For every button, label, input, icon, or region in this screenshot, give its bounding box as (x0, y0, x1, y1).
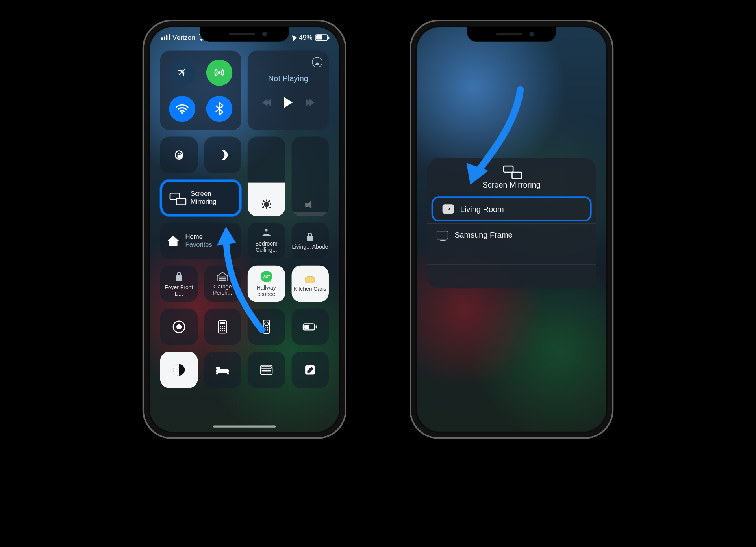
svg-point-1 (181, 112, 183, 113)
svg-point-19 (222, 330, 223, 331)
previous-track-button[interactable] (262, 99, 269, 106)
garage-tile[interactable]: Garage Perch... (204, 266, 241, 302)
screen-mirroring-button[interactable]: Screen Mirroring (160, 180, 241, 216)
calculator-button[interactable] (204, 309, 241, 345)
living-label: Living... Abode (292, 244, 328, 250)
wallet-button[interactable] (248, 352, 285, 388)
media-controls[interactable]: Not Playing (248, 50, 329, 130)
do-not-disturb-toggle[interactable] (204, 137, 241, 173)
device-name: Samsung Frame (454, 231, 512, 240)
svg-point-18 (220, 330, 221, 331)
bed-icon (216, 365, 230, 374)
signal-bars-icon (161, 34, 170, 40)
appletv-icon: tv (443, 204, 454, 214)
svg-point-15 (220, 328, 221, 329)
svg-point-16 (222, 328, 223, 329)
wifi-toggle[interactable] (169, 95, 196, 121)
dark-mode-icon (172, 363, 186, 377)
svg-rect-6 (219, 278, 226, 279)
phone-mirroring-popup: Screen Mirroring tv Living Room Samsung … (410, 20, 614, 439)
svg-point-9 (176, 324, 182, 329)
mirroring-device-living-room[interactable]: tv Living Room (432, 196, 592, 221)
popup-title: Screen Mirroring (427, 180, 596, 189)
now-playing-label: Not Playing (268, 73, 308, 82)
bluetooth-toggle[interactable] (206, 95, 232, 121)
bluetooth-icon (215, 102, 223, 115)
svg-point-24 (267, 327, 268, 329)
wallet-icon (260, 365, 272, 375)
moon-icon (217, 150, 228, 160)
next-track-button[interactable] (307, 99, 315, 106)
living-abode-tile[interactable]: Living... Abode (291, 223, 329, 259)
bedroom-label: Bedroom Ceiling... (248, 240, 285, 253)
svg-rect-5 (219, 277, 226, 278)
svg-rect-2 (265, 229, 267, 232)
carrier-label: Verizon (172, 33, 195, 41)
screen-mirroring-icon (503, 166, 520, 177)
bedroom-tile[interactable] (204, 352, 241, 388)
battery-pct: 49% (299, 33, 313, 41)
svg-point-25 (265, 329, 266, 331)
play-button[interactable] (284, 97, 292, 108)
mirroring-device-samsung-frame[interactable]: Samsung Frame (427, 223, 596, 246)
svg-point-0 (218, 71, 220, 74)
hallway-label: Hallway ecobee (248, 285, 285, 297)
sun-icon (261, 199, 271, 209)
svg-point-13 (222, 326, 223, 327)
low-power-button[interactable] (291, 309, 329, 345)
svg-rect-11 (220, 322, 225, 324)
airplay-audio-icon[interactable] (312, 57, 322, 67)
svg-rect-28 (316, 325, 317, 328)
kitchen-label: Kitchen Cans (294, 285, 326, 292)
lock-icon (305, 232, 315, 242)
home-sublabel: Favorites (185, 241, 212, 248)
orientation-lock-icon (175, 150, 183, 160)
can-light-icon (305, 276, 315, 283)
garage-label: Garage Perch... (204, 283, 241, 296)
home-indicator[interactable] (213, 425, 276, 427)
speaker-icon (305, 201, 315, 209)
svg-rect-33 (216, 367, 220, 369)
notch (467, 27, 556, 42)
svg-rect-4 (176, 275, 182, 281)
appletv-remote-button[interactable] (248, 309, 285, 345)
home-icon (167, 236, 179, 246)
svg-rect-32 (216, 369, 229, 373)
home-favorites-tile[interactable]: Home Favorites (160, 223, 241, 259)
garage-icon (217, 272, 228, 281)
bedroom-ceiling-tile[interactable]: Bedroom Ceiling... (248, 223, 285, 259)
record-icon (172, 320, 186, 334)
svg-point-26 (267, 329, 268, 331)
device-name: Living Room (460, 205, 504, 214)
screen-mirroring-popup: Screen Mirroring tv Living Room Samsung … (427, 158, 596, 288)
svg-point-17 (224, 328, 225, 329)
compose-icon (304, 364, 316, 376)
temp-badge: 73° (261, 271, 272, 282)
location-icon (290, 34, 297, 41)
volume-slider[interactable] (291, 137, 329, 216)
svg-point-12 (220, 326, 221, 327)
screen-record-button[interactable] (160, 309, 198, 345)
phone-control-center: Verizon 49% ✈ (143, 20, 347, 439)
hallway-ecobee-tile[interactable]: 73° Hallway ecobee (248, 266, 285, 302)
foyer-label: Foyer Front D... (160, 284, 198, 296)
padlock-icon (174, 271, 183, 282)
connectivity-group: ✈ (160, 50, 241, 130)
svg-point-20 (224, 330, 225, 331)
foyer-tile[interactable]: Foyer Front D... (160, 266, 198, 302)
remote-icon (263, 320, 270, 334)
calculator-icon (218, 320, 227, 334)
brightness-slider[interactable] (248, 137, 285, 216)
cellular-data-toggle[interactable] (206, 59, 232, 86)
antenna-icon (213, 66, 226, 79)
battery-icon (315, 34, 328, 41)
orientation-lock-toggle[interactable] (160, 137, 198, 173)
svg-rect-7 (219, 280, 226, 281)
notes-button[interactable] (291, 352, 329, 388)
airplane-mode-toggle[interactable]: ✈ (169, 59, 196, 86)
screen-mirroring-label-1: Screen (191, 190, 211, 197)
dark-mode-toggle[interactable] (160, 352, 198, 388)
kitchen-cans-tile[interactable]: Kitchen Cans (291, 266, 329, 302)
svg-rect-38 (261, 370, 271, 371)
svg-rect-29 (304, 325, 309, 329)
